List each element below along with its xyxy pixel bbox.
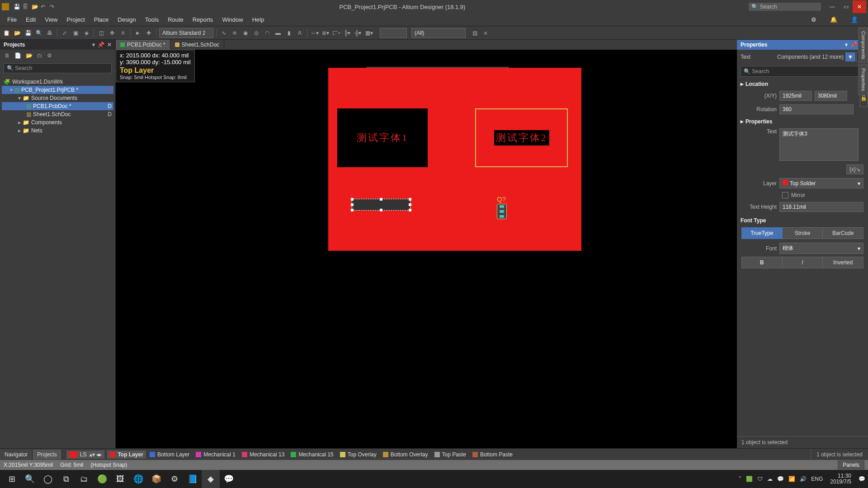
proj-tb-icon-4[interactable]: 🗀 [37,52,42,59]
undo-icon[interactable]: ↶ [41,4,47,10]
prop-pin-icon[interactable]: 📌 [850,42,857,48]
tb-align-v-icon[interactable]: ⫍▾ [332,28,341,38]
tray-cloud-icon[interactable]: ☁ [767,476,773,482]
font-type-stroke[interactable]: Stroke [783,227,823,239]
explorer-icon[interactable]: 🗂 [75,470,93,488]
panel-menu-icon[interactable]: ▾ [92,42,95,48]
taskbar-search-icon[interactable]: 🔍 [21,470,39,488]
menu-file[interactable]: File [3,14,21,25]
tb-route-icon[interactable]: ∿ [219,28,228,38]
mirror-checkbox-row[interactable]: Mirror [737,190,868,200]
tb-fill-icon[interactable]: ▬ [274,28,283,38]
tray-sync-icon[interactable]: 🟩 [746,476,753,482]
menu-project[interactable]: Project [62,14,89,25]
tray-shield-icon[interactable]: 🛡 [757,476,763,482]
tree-doc-pcb[interactable]: ▤PCB1.PcbDoc *D [2,102,113,110]
font-dropdown[interactable]: 楷体▾ [779,243,863,254]
doctab-pcb[interactable]: PCB1.PcbDoc * [116,40,170,50]
menu-design[interactable]: Design [113,14,140,25]
panel-close-icon[interactable]: ✕ [107,42,112,48]
tb-zoom-icon[interactable]: 🔍 [34,28,43,38]
taskview-icon[interactable]: ⧉ [57,470,75,488]
projects-search[interactable]: 🔍 Search [4,63,112,73]
menu-reports[interactable]: Reports [188,14,218,25]
tb-via-icon[interactable]: ◎ [252,28,261,38]
tb-text-icon[interactable]: A [295,28,304,38]
pcb-text-1[interactable]: 测试字体1 [357,131,408,145]
section-properties[interactable]: ▸ Properties [737,116,868,127]
proj-tb-icon-3[interactable]: 📂 [26,52,33,59]
tb-arc-icon[interactable]: ◠ [263,28,272,38]
rotation-input[interactable] [779,104,854,114]
proj-tb-settings-icon[interactable]: ⚙ [47,52,52,59]
tb-cross-icon[interactable]: ✚ [144,28,153,38]
redo-icon[interactable]: ↷ [50,4,56,10]
bottom-tab-navigator[interactable]: Navigator [0,450,33,460]
tree-doc-sch[interactable]: ▥Sheet1.SchDocD [2,110,113,118]
layer-tab-mech1[interactable]: Mechanical 1 [193,450,238,459]
bottom-tab-projects[interactable]: Projects [33,450,61,460]
font-italic-button[interactable]: I [783,257,823,268]
bell-icon[interactable]: 🔔 [826,14,842,25]
tb-dist-h-icon[interactable]: ╠▾ [343,28,352,38]
tb-align-h-icon[interactable]: ≣▾ [321,28,330,38]
minimize-button[interactable]: — [826,0,839,13]
layer-sets-button[interactable]: LS ▴▾ ◂▸ [66,450,105,459]
tb-compile-icon[interactable]: ► [133,28,142,38]
layer-tab-top[interactable]: Top Layer [107,450,146,459]
pcb-component-q[interactable]: Q? [497,195,507,219]
tb-grid-icon[interactable]: ▦▾ [364,28,373,38]
spu-icon[interactable]: 📦 [147,470,165,488]
layer-tab-toppaste[interactable]: Top Paste [432,450,469,459]
tb-mask-icon[interactable]: ▤ [470,28,479,38]
tree-project[interactable]: ▾▤PCB_Project1.PrjPCB *D [2,86,113,94]
gear-icon[interactable]: ⚙ [807,14,821,25]
layer-tab-topoverlay[interactable]: Top Overlay [337,450,379,459]
layer-dropdown[interactable]: Top Solder▾ [779,178,863,188]
proj-tb-icon-2[interactable]: 📄 [14,52,21,59]
save-all-icon[interactable]: 🗄 [23,4,29,10]
font-bold-button[interactable]: B [741,257,783,268]
menu-window[interactable]: Window [217,14,247,25]
layer-tab-mech13[interactable]: Mechanical 13 [239,450,287,459]
maximize-button[interactable]: ▭ [839,0,853,13]
font-type-barcode[interactable]: BarCode [823,227,863,239]
tree-src-folder[interactable]: ▾📁Source Documents [2,94,113,102]
menu-route[interactable]: Route [163,14,188,25]
pcb-text-2[interactable]: 测试字体2 [494,130,549,145]
photos-icon[interactable]: 🖼 [111,470,129,488]
tb-select-icon[interactable]: ◫ [97,28,106,38]
tb-zoom-selected-icon[interactable]: ◈ [82,28,91,38]
tb-clear-icon[interactable]: ⨯ [481,28,490,38]
proj-tb-icon-1[interactable]: 🗎 [5,52,10,59]
menu-edit[interactable]: Edit [21,14,40,25]
tree-nets[interactable]: ▸📁Nets [2,127,113,135]
settings-icon[interactable]: ⚙ [165,470,184,488]
user-icon[interactable]: 👤 [846,14,863,25]
right-tab-components[interactable]: Components [858,27,868,63]
tray-clock[interactable]: 11:30 2019/7/5 [827,473,854,485]
menu-help[interactable]: Help [248,14,269,25]
pcb-canvas[interactable]: x: 2015.000 dx: 40.000 mil y: 3090.000 d… [116,50,737,448]
pcb-region-2[interactable]: 测试字体2 [475,108,568,167]
tree-components[interactable]: ▸📁Components [2,118,113,127]
panel-pin-icon[interactable]: 📌 [98,42,104,48]
close-button[interactable]: ✕ [853,0,866,13]
tb-region-icon[interactable]: ▮ [284,28,293,38]
tray-chevron-icon[interactable]: ˄ [739,476,741,482]
y-input[interactable] [815,91,847,101]
tb-zoom-area-icon[interactable]: ▣ [71,28,80,38]
tb-zoom-fit-icon[interactable]: ⤢ [60,28,69,38]
mirror-checkbox[interactable] [782,192,788,198]
open-icon[interactable]: 📂 [32,4,38,10]
font-type-truetype[interactable]: TrueType [741,227,783,239]
word-icon[interactable]: 📘 [184,470,202,488]
tb-print-icon[interactable]: 🖶 [45,28,54,38]
cortana-icon[interactable]: ◯ [39,470,57,488]
global-search[interactable]: 🔍 Search [749,3,821,11]
layer-tab-mech15[interactable]: Mechanical 15 [288,450,336,459]
layer-tab-botpaste[interactable]: Bottom Paste [470,450,515,459]
font-inverted-button[interactable]: Inverted [823,257,863,268]
layer-tab-bottom[interactable]: Bottom Layer [147,450,192,459]
tray-network-icon[interactable]: 📶 [788,476,795,482]
